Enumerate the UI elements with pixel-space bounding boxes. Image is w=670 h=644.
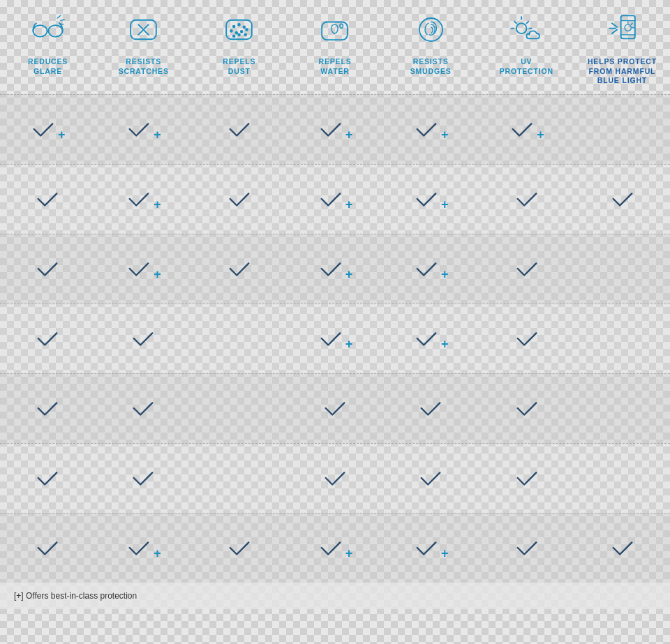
cell-r4-c4 (383, 374, 479, 443)
svg-point-0 (33, 25, 47, 36)
checkmark: + (318, 255, 353, 282)
cell-r1-c6 (575, 165, 670, 234)
svg-point-14 (236, 31, 238, 33)
cell-r6-c1: + (96, 514, 191, 583)
checkmark (514, 395, 540, 421)
cell-r6-c5 (479, 514, 574, 583)
svg-point-10 (233, 25, 235, 27)
cell-r2-c2 (192, 234, 288, 304)
checkmark: + (30, 116, 66, 142)
checkmark (609, 534, 636, 561)
cell-r3-c2 (192, 304, 288, 373)
checkmark: + (413, 325, 449, 352)
cell-r6-c6 (575, 514, 670, 583)
svg-point-34 (625, 24, 631, 31)
checkmark (322, 395, 348, 421)
plus-indicator: + (441, 198, 449, 211)
cell-r2-c1: + (96, 234, 191, 304)
cell-r5-c3 (288, 444, 383, 513)
cell-r1-c2 (192, 165, 288, 234)
data-row-1: + + + (0, 164, 670, 234)
checkmark: + (413, 255, 449, 282)
svg-point-15 (241, 30, 243, 32)
cell-r6-c3: + (288, 514, 383, 583)
col-label-resists-scratches: RESISTS SCRATCHES (119, 57, 169, 76)
checkmark (34, 186, 61, 212)
checkmark: + (126, 534, 161, 561)
plus-indicator: + (154, 268, 161, 280)
cell-r3-c5 (479, 304, 574, 373)
col-header-blue-light: HELPS PROTECT FROM HARMFUL BLUE LIGHT (574, 0, 670, 94)
cell-r4-c5 (479, 374, 574, 443)
svg-line-36 (631, 23, 632, 24)
plus-indicator: + (154, 547, 161, 560)
svg-point-18 (233, 35, 235, 37)
checkmark (322, 465, 348, 491)
checkmark (226, 186, 253, 212)
cell-r1-c1: + (96, 165, 191, 234)
plus-indicator: + (345, 128, 353, 141)
checkmark: + (126, 255, 161, 282)
checkmark: + (126, 116, 161, 142)
plus-indicator: + (441, 338, 449, 350)
checkmark: + (413, 116, 449, 142)
cell-r0-c4: + (383, 95, 479, 164)
cell-r3-c3: + (288, 304, 383, 373)
checkmark: + (318, 186, 353, 212)
plus-indicator: + (154, 198, 161, 211)
checkmark (514, 465, 540, 491)
plus-indicator: + (345, 198, 353, 211)
cell-r3-c1 (96, 304, 191, 373)
checkmark (514, 186, 540, 212)
cell-r4-c3 (288, 374, 383, 443)
col-label-blue-light: HELPS PROTECT FROM HARMFUL BLUE LIGHT (588, 57, 657, 86)
cell-r2-c5 (479, 234, 574, 304)
cell-r1-c4: + (383, 165, 479, 234)
checkmark (34, 325, 61, 352)
cell-r6-c0 (0, 514, 96, 583)
plus-indicator: + (441, 128, 449, 141)
plus-indicator: + (441, 268, 449, 280)
checkmark (609, 186, 636, 212)
plus-indicator: + (345, 547, 353, 560)
data-rows: + + + + + + + + (0, 94, 670, 583)
checkmark: + (509, 116, 544, 142)
cell-r4-c2 (192, 374, 288, 443)
plus-indicator: + (537, 128, 544, 141)
col-label-repels-water: REPELS WATER (318, 57, 351, 76)
checkmark (34, 465, 61, 491)
footer-note: [+] Offers best-in-class protection (0, 583, 670, 609)
col-header-repels-water: REPELS WATER (287, 0, 382, 94)
svg-line-3 (57, 15, 61, 18)
checkmark (417, 395, 444, 421)
cell-r1-c5 (479, 165, 574, 234)
svg-point-1 (48, 25, 62, 36)
smudges-icon (410, 8, 452, 50)
cell-r2-c6 (575, 234, 670, 304)
data-row-6: + + + (0, 513, 670, 583)
checkmark (226, 255, 253, 282)
plus-indicator: + (441, 547, 449, 560)
checkmark: + (318, 534, 353, 561)
svg-point-22 (516, 23, 527, 33)
dust-icon (218, 8, 260, 50)
cell-r5-c6 (575, 444, 670, 513)
checkmark (34, 395, 61, 421)
checkmark: + (413, 186, 449, 212)
data-row-0: + + + + + (0, 94, 670, 164)
cell-r5-c5 (479, 444, 574, 513)
cell-r3-c0 (0, 304, 96, 373)
svg-line-31 (612, 23, 617, 27)
col-header-repels-dust: REPELS DUST (191, 0, 287, 94)
cell-r0-c5: + (479, 95, 574, 164)
cell-r1-c0 (0, 165, 96, 234)
cell-r2-c3: + (288, 234, 383, 304)
cell-r0-c2 (192, 95, 288, 164)
col-label-uv-protection: UV PROTECTION (500, 57, 553, 76)
cell-r0-c1: + (96, 95, 191, 164)
cell-r5-c2 (192, 444, 288, 513)
svg-point-16 (246, 29, 248, 31)
data-row-2: + + + (0, 234, 670, 304)
checkmark (514, 325, 540, 352)
svg-point-13 (230, 29, 232, 31)
